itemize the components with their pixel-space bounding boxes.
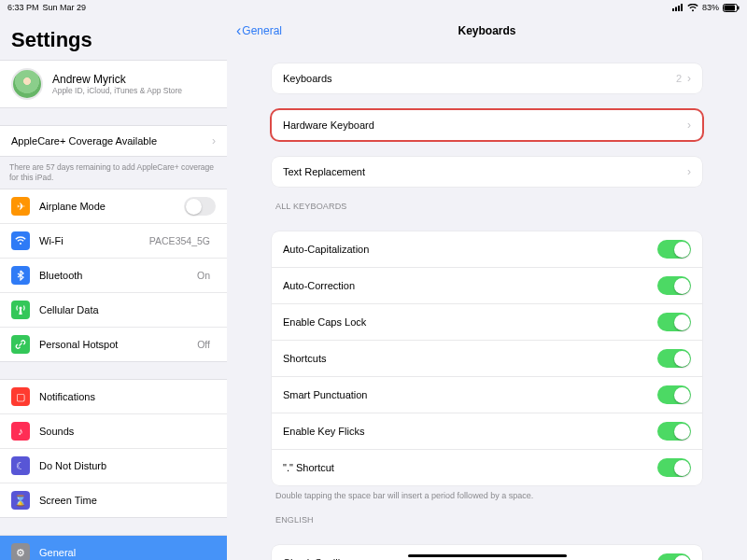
row-label: Hardware Keyboard (283, 119, 687, 131)
battery-percent: 83% (702, 3, 719, 12)
content-pane: ‹ General Keyboards Keyboards2› Hardware… (227, 15, 747, 560)
▢-icon: ▢ (11, 387, 30, 406)
link-icon (11, 335, 30, 354)
settings-title: Settings (0, 15, 227, 60)
applecare-row[interactable]: AppleCare+ Coverage Available › (0, 126, 227, 156)
navbar: ‹ General Keyboards (227, 15, 747, 47)
cellular-icon (672, 4, 684, 11)
profile-card[interactable]: Andrew Myrick Apple ID, iCloud, iTunes &… (0, 60, 227, 108)
back-button[interactable]: ‹ General (236, 22, 282, 39)
bt-icon (11, 266, 30, 285)
applecare-label: AppleCare+ Coverage Available (11, 135, 212, 147)
row-label: Enable Key Flicks (283, 426, 657, 437)
row-shortcuts: Shortcuts (272, 340, 702, 376)
row-label: Enable Caps Lock (283, 316, 657, 328)
wifi-icon (11, 231, 30, 250)
settings-sidebar: Settings Andrew Myrick Apple ID, iCloud,… (0, 15, 227, 560)
☾-icon: ☾ (11, 456, 30, 475)
row--shortcut: "." Shortcut (272, 449, 702, 485)
back-label: General (242, 24, 282, 37)
⌛-icon: ⌛ (11, 491, 30, 510)
sidebar-item-label: Bluetooth (39, 270, 197, 281)
sidebar-item-label: Cellular Data (39, 304, 216, 315)
row-enable-caps-lock: Enable Caps Lock (272, 303, 702, 340)
svg-rect-5 (725, 5, 736, 10)
ant-icon (11, 301, 30, 319)
profile-subtitle: Apple ID, iCloud, iTunes & App Store (52, 86, 182, 95)
sidebar-item-label: Sounds (39, 426, 216, 437)
chevron-right-icon: › (687, 165, 691, 178)
sidebar-item-sounds[interactable]: ♪Sounds (0, 413, 227, 448)
sidebar-item-label: Airplane Mode (39, 201, 184, 212)
chevron-left-icon: ‹ (236, 22, 241, 39)
sidebar-item-screen-time[interactable]: ⌛Screen Time (0, 483, 227, 517)
status-date: Sun Mar 29 (43, 3, 87, 12)
row-label: Text Replacement (283, 166, 687, 177)
svg-rect-6 (738, 6, 740, 9)
applecare-note: There are 57 days remaining to add Apple… (0, 157, 227, 189)
row-label: Smart Punctuation (283, 389, 657, 400)
toggle-switch[interactable] (657, 385, 691, 404)
row-auto-correction: Auto-Correction (272, 267, 702, 303)
sidebar-item-label: Screen Time (39, 495, 216, 506)
sidebar-item-value: Off (197, 339, 210, 350)
row-check-spelling: Check Spelling (272, 545, 702, 560)
battery-icon (723, 4, 740, 12)
sidebar-item-bluetooth[interactable]: BluetoothOn (0, 258, 227, 292)
svg-rect-2 (678, 6, 680, 11)
all-keyboards-footer: Double tapping the space bar will insert… (272, 485, 702, 500)
status-bar: 6:33 PM Sun Mar 29 83% (0, 0, 747, 15)
sidebar-item-label: General (39, 547, 216, 558)
row-auto-capitalization: Auto-Capitalization (272, 231, 702, 267)
row-text-replacement[interactable]: Text Replacement› (272, 157, 702, 187)
sidebar-item-personal-hotspot[interactable]: Personal HotspotOff (0, 327, 227, 361)
sidebar-item-airplane-mode[interactable]: ✈Airplane Mode (0, 189, 227, 223)
chevron-right-icon: › (687, 119, 691, 132)
page-title: Keyboards (458, 24, 515, 37)
row-label: "." Shortcut (283, 462, 657, 473)
svg-rect-3 (681, 4, 683, 11)
hardware-keyboard-highlight: Hardware Keyboard› (272, 110, 702, 140)
profile-name: Andrew Myrick (52, 73, 182, 86)
row-enable-key-flicks: Enable Key Flicks (272, 413, 702, 449)
all-keyboards-header: ALL KEYBOARDS (272, 187, 702, 215)
home-indicator[interactable] (408, 554, 567, 557)
svg-rect-1 (675, 7, 677, 12)
row-keyboards[interactable]: Keyboards2› (272, 63, 702, 93)
row-value: 2 (676, 73, 682, 84)
row-smart-punctuation: Smart Punctuation (272, 376, 702, 413)
toggle-switch[interactable] (657, 422, 691, 441)
row-label: Auto-Capitalization (283, 244, 657, 255)
row-hardware-keyboard[interactable]: Hardware Keyboard› (272, 110, 702, 140)
chevron-right-icon: › (687, 72, 691, 85)
sidebar-item-value: On (197, 270, 210, 281)
toggle-switch[interactable] (657, 276, 691, 295)
svg-rect-0 (672, 8, 674, 11)
toggle-switch[interactable] (657, 240, 691, 259)
sidebar-item-label: Personal Hotspot (39, 339, 197, 350)
toggle-switch[interactable] (657, 553, 691, 560)
sidebar-item-do-not-disturb[interactable]: ☾Do Not Disturb (0, 448, 227, 483)
airplane-toggle[interactable] (184, 197, 216, 216)
sidebar-item-wi-fi[interactable]: Wi-FiPACE354_5G (0, 223, 227, 258)
row-label: Shortcuts (283, 353, 657, 364)
toggle-switch[interactable] (657, 349, 691, 368)
sidebar-item-label: Notifications (39, 391, 216, 402)
row-label: Keyboards (283, 73, 676, 84)
sidebar-item-label: Wi-Fi (39, 235, 149, 246)
avatar (11, 68, 43, 100)
sidebar-item-general[interactable]: ⚙General (0, 536, 227, 560)
toggle-switch[interactable] (657, 458, 691, 477)
♪-icon: ♪ (11, 422, 30, 441)
⚙-icon: ⚙ (11, 543, 30, 560)
status-time: 6:33 PM (7, 3, 39, 12)
row-label: Auto-Correction (283, 280, 657, 291)
sidebar-item-value: PACE354_5G (149, 235, 210, 246)
toggle-switch[interactable] (657, 313, 691, 331)
sidebar-item-cellular-data[interactable]: Cellular Data (0, 292, 227, 327)
english-header: ENGLISH (272, 500, 702, 528)
wifi-icon (687, 4, 698, 12)
sidebar-item-label: Do Not Disturb (39, 460, 216, 471)
sidebar-item-notifications[interactable]: ▢Notifications (0, 380, 227, 413)
✈-icon: ✈ (11, 197, 30, 216)
